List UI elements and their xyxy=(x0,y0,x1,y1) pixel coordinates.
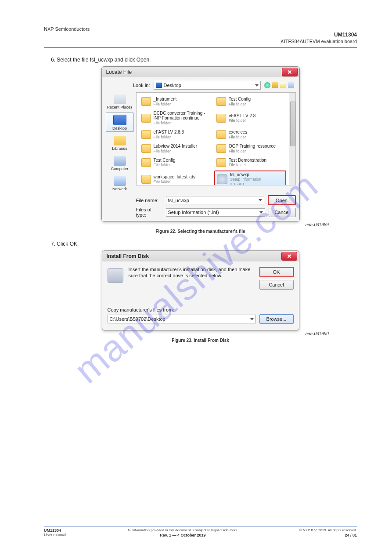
dialog-title: Locate File xyxy=(106,69,282,75)
desktop-place-icon xyxy=(113,115,126,125)
file-name: OOP Training ressource xyxy=(229,144,276,149)
step-6-text: 6. Select the file fsl_ucwxp and click O… xyxy=(51,57,357,63)
folder-icon xyxy=(216,114,226,123)
filetype-label: Files of type: xyxy=(136,207,162,218)
network-icon xyxy=(114,176,126,186)
place-recent[interactable]: Recent Places xyxy=(106,92,134,111)
file-type: File folder xyxy=(229,149,276,153)
file-type: File folder xyxy=(154,163,176,167)
file-name: workspace_latest.kds xyxy=(154,174,196,180)
file-name: Test Config xyxy=(229,97,251,102)
back-icon[interactable] xyxy=(264,82,270,88)
list-item[interactable]: Test ConfigFile folder xyxy=(139,156,211,169)
file-name: eFAST LV 2.8 xyxy=(229,113,255,119)
place-libraries[interactable]: Libraries xyxy=(106,134,134,152)
footer-disclaimer: All information provided in this documen… xyxy=(66,528,299,532)
list-item[interactable]: _InstrumentFile folder xyxy=(139,95,211,108)
file-name: eFAST LV 2.8.3 xyxy=(154,130,184,135)
page-footer: UM11304 User manual All information prov… xyxy=(44,528,357,537)
file-name: _Instrument xyxy=(154,97,177,102)
dialog-titlebar[interactable]: Locate File xyxy=(102,67,299,77)
browse-button[interactable]: Browse... xyxy=(259,314,294,324)
footer-rev: Rev. 1 — 4 October 2019 xyxy=(66,533,299,537)
up-folder-icon[interactable] xyxy=(272,82,278,88)
step-7-text: 7. Click OK. xyxy=(51,241,357,247)
locate-file-dialog: Locate File Look in: Desktop xyxy=(101,66,300,221)
file-name: DCDC converter Training - INP Formation … xyxy=(154,111,209,121)
place-computer[interactable]: Computer xyxy=(106,154,134,172)
place-desktop[interactable]: Desktop xyxy=(106,112,134,132)
footer-doc-id: UM11304 xyxy=(44,528,66,533)
file-name: Labview 2014 Installer xyxy=(154,144,198,149)
desktop-icon xyxy=(156,83,162,88)
ok-button[interactable]: OK xyxy=(259,267,294,277)
places-bar: Recent Places Desktop Libraries Com xyxy=(105,92,134,192)
file-name: Test Config xyxy=(154,158,176,163)
figure-code: aaa-031989 xyxy=(72,222,329,227)
folder-icon xyxy=(216,130,226,139)
dialog-title: Install From Disk xyxy=(107,253,281,259)
close-icon xyxy=(288,70,292,74)
scrollbar[interactable] xyxy=(289,93,295,185)
floppy-disk-icon xyxy=(108,268,123,283)
list-item[interactable]: Labview 2014 InstallerFile folder xyxy=(139,142,211,155)
list-item[interactable]: workspace_latest.kdsFile folder xyxy=(139,170,211,185)
filename-input[interactable]: fsl_ucwxp xyxy=(166,196,264,204)
lookin-combo[interactable]: Desktop xyxy=(154,81,261,90)
filename-label: File name: xyxy=(136,198,162,203)
folder-icon xyxy=(216,144,226,153)
file-type: File folder xyxy=(229,135,247,139)
file-type: File folder xyxy=(229,102,251,106)
chevron-down-icon xyxy=(259,211,263,214)
figure-22-caption: Figure 22. Selecting the manufacturer's … xyxy=(44,229,357,234)
new-folder-icon[interactable] xyxy=(280,82,286,88)
lookin-label: Look in: xyxy=(132,83,150,88)
list-item[interactable]: eFAST LV 2.8.3File folder xyxy=(139,128,211,141)
close-button[interactable] xyxy=(282,68,298,76)
inf-file-icon xyxy=(217,174,227,184)
recent-places-icon xyxy=(114,94,126,104)
computer-icon xyxy=(114,156,126,166)
copy-from-label: Copy manufacturer's files from: xyxy=(108,307,294,312)
list-item[interactable]: DCDC converter Training - INP Formation … xyxy=(139,109,211,127)
folder-icon xyxy=(216,158,226,167)
file-name: fsl_ucwxp xyxy=(230,172,261,178)
scrollbar-thumb[interactable] xyxy=(290,102,295,146)
list-item[interactable]: Test ConfigFile folder xyxy=(214,95,286,108)
file-type: File folder xyxy=(154,121,209,125)
chevron-down-icon xyxy=(255,84,259,87)
divider xyxy=(44,47,357,48)
file-type: File folder xyxy=(229,163,266,167)
file-type: Setup Information xyxy=(230,177,261,181)
footer-page: 24 / 81 xyxy=(299,533,357,537)
libraries-icon xyxy=(114,136,126,145)
list-item[interactable]: eFAST LV 2.8File folder xyxy=(214,109,286,127)
close-button[interactable] xyxy=(281,252,297,261)
file-type: File folder xyxy=(229,118,255,123)
file-list[interactable]: _InstrumentFile folderTest ConfigFile fo… xyxy=(136,92,296,185)
cancel-button[interactable]: Cancel xyxy=(269,208,296,217)
folder-icon xyxy=(141,158,151,167)
list-item[interactable]: Test DemonstrationFile folder xyxy=(214,156,286,169)
cancel-button[interactable]: Cancel xyxy=(259,280,294,290)
folder-icon xyxy=(141,130,151,139)
figure-23-caption: Figure 23. Install From Disk xyxy=(44,338,357,343)
chevron-down-icon xyxy=(250,318,254,320)
view-menu-icon[interactable] xyxy=(288,82,294,88)
list-item[interactable]: OOP Training ressourceFile folder xyxy=(214,142,286,155)
company-name: NXP Semiconductors xyxy=(44,26,357,32)
place-network[interactable]: Network xyxy=(106,174,134,192)
file-name: exercices xyxy=(229,130,247,135)
folder-icon xyxy=(216,97,226,106)
file-type: File folder xyxy=(154,179,196,184)
file-name: Test Demonstration xyxy=(229,158,266,163)
doc-id: UM11304 xyxy=(44,32,357,38)
doc-title: KITFS84AUTEVM evaluation board xyxy=(44,39,357,44)
list-item[interactable]: fsl_ucwxpSetup Information3.16 KB xyxy=(214,170,286,185)
copy-from-combo[interactable]: C:\Users\B59702\Desktop xyxy=(108,315,256,323)
install-from-disk-dialog: Install From Disk Insert the manufacture… xyxy=(102,250,299,330)
open-button[interactable]: Open xyxy=(268,195,296,205)
list-item[interactable]: exercicesFile folder xyxy=(214,128,286,141)
dialog-titlebar[interactable]: Install From Disk xyxy=(102,251,299,261)
filetype-combo[interactable]: Setup Information (*.inf) xyxy=(166,208,265,217)
